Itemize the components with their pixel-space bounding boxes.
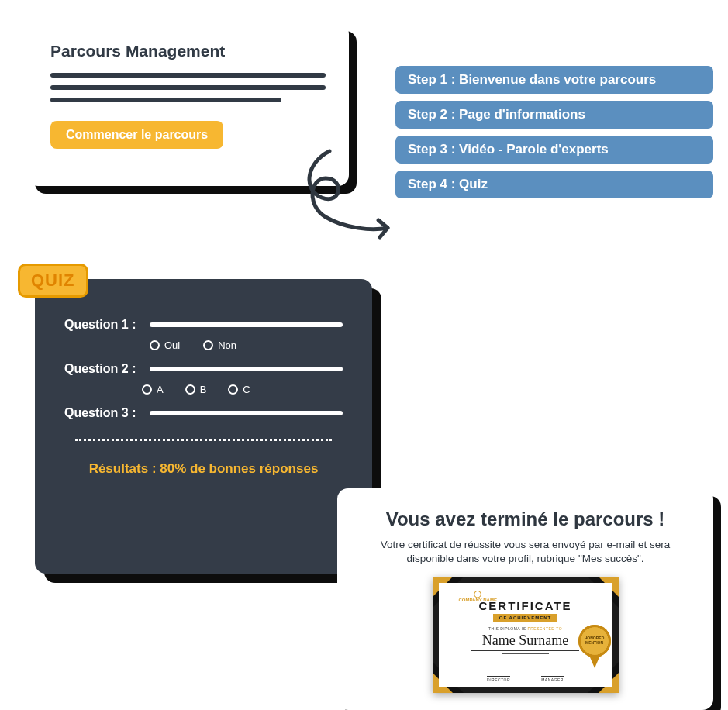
option-label: Oui	[164, 339, 180, 351]
certificate-name: Name Surname	[471, 632, 579, 651]
curly-arrow-icon	[287, 147, 403, 248]
option-label: B	[200, 384, 207, 395]
certificate-seal-icon: HONORED MENTION	[578, 625, 611, 657]
radio-icon	[142, 384, 152, 395]
option-a[interactable]: A	[142, 384, 164, 395]
certificate-banner: OF ACHIEVEMENT	[493, 614, 557, 622]
radio-icon	[150, 340, 160, 350]
question-2-label: Question 2 :	[64, 362, 140, 376]
option-non[interactable]: Non	[203, 339, 236, 351]
radio-icon	[228, 384, 238, 395]
completion-title: Vous avez terminé le parcours !	[356, 508, 695, 530]
certificate-presented: THIS DIPLOMA IS PRESENTED TO	[488, 626, 562, 631]
step-pill-1[interactable]: Step 1 : Bienvenue dans votre parcours	[395, 66, 713, 94]
radio-icon	[185, 384, 195, 395]
steps-list: Step 1 : Bienvenue dans votre parcours S…	[395, 66, 713, 205]
start-parcours-button[interactable]: Commencer le parcours	[50, 121, 223, 149]
question-3-label: Question 3 :	[64, 406, 140, 420]
quiz-badge: QUIZ	[18, 264, 88, 298]
option-label: C	[243, 384, 250, 395]
placeholder-line	[50, 73, 326, 78]
option-label: A	[157, 384, 164, 395]
question-1: Question 1 :	[64, 318, 343, 332]
question-1-label: Question 1 :	[64, 318, 140, 332]
divider-dotted	[75, 439, 332, 441]
radio-icon	[203, 340, 213, 350]
step-pill-3[interactable]: Step 3 : Vidéo - Parole d'experts	[395, 136, 713, 164]
quiz-card: QUIZ Question 1 : Oui Non Question 2 : A…	[35, 279, 372, 574]
placeholder-line	[150, 322, 343, 327]
certificate-image: COMPANY NAME CERTIFICATE OF ACHIEVEMENT …	[433, 577, 619, 693]
step-pill-2[interactable]: Step 2 : Page d'informations	[395, 101, 713, 129]
option-label: Non	[218, 339, 236, 351]
question-2: Question 2 :	[64, 362, 343, 376]
question-1-options: Oui Non	[150, 339, 343, 351]
placeholder-line	[150, 411, 343, 415]
certificate-title: CERTIFICATE	[478, 599, 571, 612]
option-b[interactable]: B	[185, 384, 207, 395]
completion-subtitle: Votre certificat de réussite vous sera e…	[363, 538, 688, 566]
option-oui[interactable]: Oui	[150, 339, 180, 351]
placeholder-line	[150, 367, 343, 371]
question-2-options: A B C	[142, 384, 343, 395]
completion-card: Vous avez terminé le parcours ! Votre ce…	[337, 488, 713, 710]
step-pill-4[interactable]: Step 4 : Quiz	[395, 171, 713, 198]
option-c[interactable]: C	[228, 384, 250, 395]
placeholder-line	[50, 98, 281, 102]
quiz-results: Résultats : 80% de bonnes réponses	[64, 461, 343, 477]
question-3: Question 3 :	[64, 406, 343, 420]
certificate-signatures: DIRECTOR MANAGER	[487, 676, 564, 682]
parcours-title: Parcours Management	[50, 42, 326, 60]
placeholder-line	[50, 85, 326, 90]
